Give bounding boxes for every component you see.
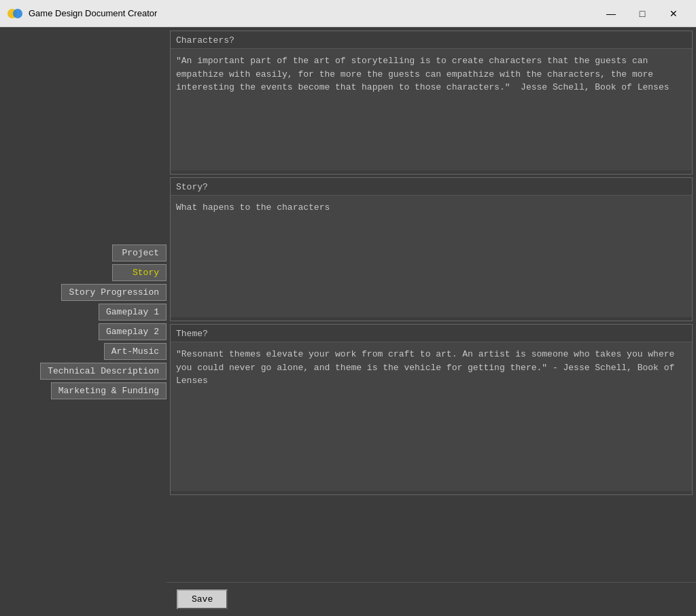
project-nav-button[interactable]: Project (112, 244, 167, 261)
sidebar-item-art-music[interactable]: Art-Music (0, 343, 167, 360)
content-area: Characters? Story? Theme? (167, 27, 696, 582)
gameplay1-nav-button[interactable]: Gameplay 1 (99, 304, 167, 321)
sidebar: Project Story Story Progression Gameplay… (0, 27, 167, 616)
story-nav-button[interactable]: Story (112, 264, 167, 281)
sidebar-item-marketing[interactable]: Marketing & Funding (0, 382, 167, 399)
characters-label: Characters? (171, 31, 692, 48)
minimize-button[interactable]: — (595, 3, 627, 24)
window-controls: — □ ✕ (595, 3, 689, 24)
story-section: Story? (170, 177, 693, 321)
content-wrapper: Characters? Story? Theme? Save (167, 27, 696, 616)
story-textarea[interactable] (171, 195, 692, 317)
footer: Save (167, 582, 696, 616)
gameplay2-nav-button[interactable]: Gameplay 2 (99, 323, 167, 340)
close-button[interactable]: ✕ (658, 3, 689, 24)
theme-label: Theme? (171, 325, 692, 342)
characters-textarea[interactable] (171, 48, 692, 170)
sidebar-item-technical[interactable]: Technical Description (0, 363, 167, 380)
app-logo (7, 5, 23, 22)
sidebar-item-gameplay2[interactable]: Gameplay 2 (0, 323, 167, 340)
sidebar-item-story-progression[interactable]: Story Progression (0, 284, 167, 301)
marketing-nav-button[interactable]: Marketing & Funding (51, 382, 167, 399)
theme-section: Theme? (170, 324, 693, 495)
svg-point-1 (13, 9, 22, 18)
art-music-nav-button[interactable]: Art-Music (104, 343, 167, 360)
sidebar-item-story[interactable]: Story (0, 264, 167, 281)
sidebar-item-gameplay1[interactable]: Gameplay 1 (0, 304, 167, 321)
title-bar: Game Design Document Creator — □ ✕ (0, 0, 696, 27)
story-label: Story? (171, 178, 692, 195)
characters-section: Characters? (170, 31, 693, 175)
window-title: Game Design Document Creator (29, 8, 595, 18)
technical-nav-button[interactable]: Technical Description (40, 363, 167, 380)
sidebar-item-project[interactable]: Project (0, 244, 167, 261)
story-progression-nav-button[interactable]: Story Progression (61, 284, 167, 301)
maximize-button[interactable]: □ (627, 3, 658, 24)
main-window: Project Story Story Progression Gameplay… (0, 27, 696, 616)
save-button[interactable]: Save (177, 590, 228, 609)
theme-textarea[interactable] (171, 342, 692, 491)
